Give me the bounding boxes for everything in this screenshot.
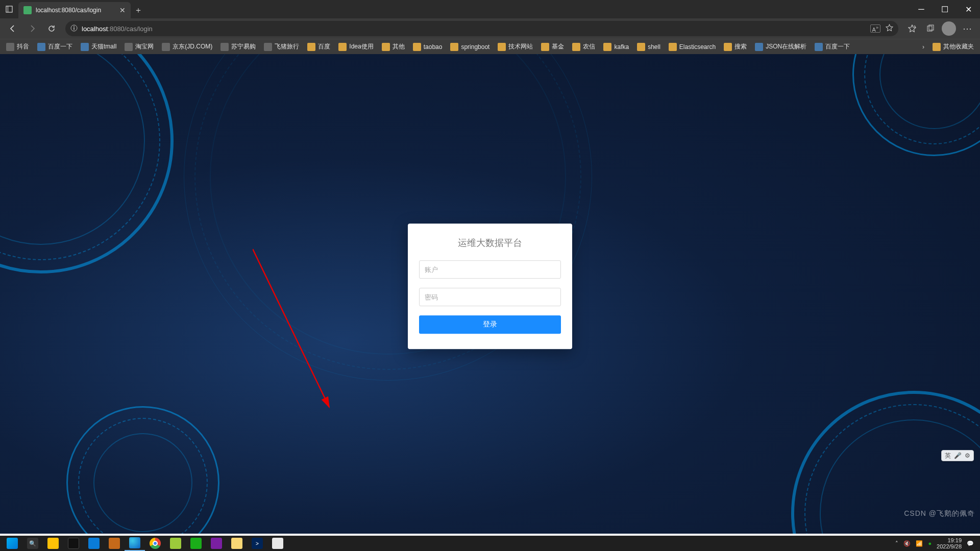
taskbar-app-edge[interactable] — [125, 536, 145, 551]
bookmark-item[interactable]: shell — [634, 41, 664, 53]
folder-icon — [382, 43, 390, 51]
bookmark-item[interactable]: kafka — [600, 41, 632, 53]
favorites-icon[interactable] — [903, 20, 921, 37]
folder-icon — [603, 43, 611, 51]
login-title: 运维大数据平台 — [419, 237, 561, 249]
refresh-button[interactable] — [43, 20, 60, 37]
page-icon — [162, 43, 170, 51]
bookmark-item[interactable]: 京东(JD.COM) — [159, 41, 215, 53]
bookmark-item[interactable]: 农信 — [569, 41, 598, 53]
taskbar-clock[interactable]: 19:19 2022/9/28 — [937, 537, 962, 549]
forward-button[interactable] — [23, 20, 41, 37]
site-info-icon[interactable] — [70, 24, 78, 33]
bookmark-label: 农信 — [583, 42, 595, 51]
address-bar[interactable]: localhost:8080/cas/login A» — [65, 21, 898, 36]
favicon-icon — [23, 6, 32, 14]
ime-indicator[interactable]: 英 🎤 ⚙ — [941, 450, 974, 461]
bookmark-label: 技术网站 — [508, 42, 533, 51]
toolbar-right-icons: ⋯ — [903, 20, 976, 37]
bookmark-label: 京东(JD.COM) — [173, 42, 212, 51]
bookmark-label: 基金 — [552, 42, 564, 51]
svg-rect-3 — [74, 27, 75, 30]
bookmark-item[interactable]: 基金 — [538, 41, 567, 53]
username-input[interactable] — [419, 260, 561, 279]
taskbar-app-powershell[interactable]: > — [247, 536, 267, 551]
folder-icon — [637, 43, 645, 51]
collections-icon[interactable] — [922, 20, 939, 37]
taskbar-app-terminal[interactable] — [63, 536, 84, 551]
taskbar-app-java[interactable] — [267, 536, 288, 551]
bookmark-label: Idea使用 — [349, 42, 373, 51]
bookmark-label: 天猫tmall — [91, 42, 116, 51]
ime-lang-label: 英 — [945, 452, 951, 460]
bookmark-item[interactable]: 苏宁易购 — [217, 41, 259, 53]
notification-center-icon[interactable]: 💬 — [967, 540, 974, 547]
menu-button[interactable]: ⋯ — [959, 20, 976, 37]
close-window-button[interactable]: ✕ — [957, 0, 980, 18]
profile-avatar[interactable] — [940, 20, 958, 37]
page-icon — [125, 43, 133, 51]
folder-icon — [338, 43, 347, 51]
tray-network-icon[interactable]: 📶 — [916, 540, 923, 547]
window-controls: ─ ☐ ✕ — [910, 0, 980, 18]
page-icon — [220, 43, 229, 51]
start-button[interactable] — [2, 536, 22, 551]
tray-volume-icon[interactable]: 🔇 — [903, 540, 911, 547]
tab-close-button[interactable]: ✕ — [119, 6, 126, 14]
taskbar-search-button[interactable]: 🔍 — [22, 536, 43, 551]
read-aloud-icon[interactable]: A» — [870, 24, 880, 33]
favorite-star-icon[interactable] — [886, 24, 893, 33]
folder-icon — [498, 43, 506, 51]
taskbar-app-notepadpp[interactable] — [165, 536, 186, 551]
bookmark-label: 其他 — [393, 42, 405, 51]
bookmark-item[interactable]: Elasticsearch — [666, 41, 719, 53]
other-bookmarks-folder[interactable]: 其他收藏夹 — [929, 41, 977, 53]
back-button[interactable] — [4, 20, 21, 37]
taskbar-app-wechat[interactable] — [186, 536, 206, 551]
taskbar-app-reader[interactable] — [104, 536, 125, 551]
tray-wechat-icon[interactable]: ● — [928, 540, 932, 546]
tray-overflow-icon[interactable]: ˄ — [895, 540, 898, 547]
bookmark-item[interactable]: Idea使用 — [335, 41, 376, 53]
svg-rect-4 — [74, 26, 75, 27]
bookmarks-overflow-chevron[interactable]: › — [918, 43, 928, 51]
tab-actions-button[interactable] — [0, 0, 18, 18]
url-text: localhost:8080/cas/login — [82, 25, 153, 33]
bookmark-item[interactable]: 其他 — [379, 41, 408, 53]
folder-icon — [669, 43, 677, 51]
browser-tab[interactable]: localhost:8080/cas/login ✕ — [18, 2, 131, 18]
bookmark-label: shell — [648, 43, 660, 51]
new-tab-button[interactable]: ＋ — [131, 2, 146, 18]
password-input[interactable] — [419, 288, 561, 306]
bookmark-item[interactable]: 淘宝网 — [121, 41, 157, 53]
bookmark-item[interactable]: 抖音 — [3, 41, 32, 53]
bookmark-label: 抖音 — [17, 42, 29, 51]
bookmark-item[interactable]: 百度一下 — [812, 41, 853, 53]
bookmark-item[interactable]: 飞猪旅行 — [261, 41, 302, 53]
minimize-button[interactable]: ─ — [910, 0, 933, 18]
bookmark-label: 搜索 — [734, 42, 747, 51]
system-tray: ˄ 🔇 📶 ● 19:19 2022/9/28 💬 — [895, 537, 978, 549]
taskbar-app-mail[interactable] — [84, 536, 104, 551]
bookmark-item[interactable]: 百度 — [304, 41, 333, 53]
bookmark-item[interactable]: JSON在线解析 — [752, 41, 810, 53]
maximize-button[interactable]: ☐ — [933, 0, 957, 18]
bookmark-item[interactable]: taobao — [410, 41, 446, 53]
bookmark-item[interactable]: 天猫tmall — [78, 41, 119, 53]
bookmark-label: springboot — [461, 43, 489, 51]
clock-time: 19:19 — [937, 537, 962, 543]
bookmark-label: taobao — [424, 43, 443, 51]
bookmark-item[interactable]: 百度一下 — [34, 41, 76, 53]
svg-rect-1 — [8, 6, 8, 12]
taskbar-app-ide[interactable] — [206, 536, 227, 551]
clock-date: 2022/9/28 — [937, 543, 962, 549]
bookmark-label: Elasticsearch — [679, 43, 716, 51]
taskbar-app-explorer[interactable] — [227, 536, 247, 551]
tab-title: localhost:8080/cas/login — [36, 7, 101, 14]
bookmark-item[interactable]: 技术网站 — [495, 41, 536, 53]
bookmark-item[interactable]: 搜索 — [721, 41, 750, 53]
taskbar-app-sticky-notes[interactable] — [43, 536, 63, 551]
bookmark-item[interactable]: springboot — [447, 41, 493, 53]
login-button[interactable]: 登录 — [419, 315, 561, 334]
taskbar-app-chrome[interactable] — [145, 536, 165, 551]
